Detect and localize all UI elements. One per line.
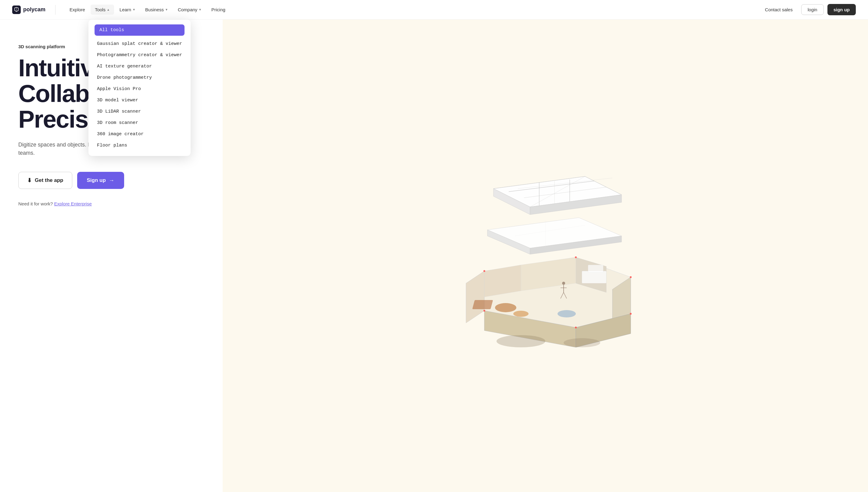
- arrow-right-icon: →: [109, 177, 114, 184]
- svg-point-40: [630, 276, 632, 278]
- tools-chevron-icon: ▲: [107, 8, 110, 11]
- hero-right-panel: [222, 20, 868, 492]
- dropdown-item-lidar[interactable]: 3D LiDAR scanner: [88, 106, 191, 117]
- navbar-right: Contact sales login sign up: [760, 4, 856, 15]
- polycam-logo-icon: [12, 5, 21, 14]
- svg-point-38: [483, 270, 485, 272]
- svg-rect-25: [472, 300, 493, 309]
- svg-rect-27: [582, 271, 606, 283]
- dropdown-item-room-scanner[interactable]: 3D room scanner: [88, 117, 191, 128]
- nav-business[interactable]: Business ▼: [141, 5, 172, 15]
- svg-point-43: [483, 310, 485, 312]
- building-3d-illustration: [454, 167, 637, 344]
- enterprise-text: Need it for work? Explore Enterprise: [18, 201, 204, 206]
- learn-chevron-icon: ▼: [132, 8, 135, 11]
- dropdown-item-ai-texture[interactable]: AI texture generator: [88, 61, 191, 72]
- nav-links: Explore Tools ▲ Learn ▼ Business ▼ Compa…: [65, 5, 760, 15]
- svg-point-33: [562, 282, 565, 285]
- nav-tools[interactable]: Tools ▲: [90, 5, 114, 15]
- company-chevron-icon: ▼: [199, 8, 202, 11]
- svg-point-26: [557, 310, 576, 317]
- nav-pricing[interactable]: Pricing: [207, 5, 230, 15]
- login-button[interactable]: login: [801, 4, 824, 15]
- hero-signup-button[interactable]: Sign up →: [77, 172, 124, 189]
- dropdown-item-apple-vision[interactable]: Apple Vision Pro: [88, 83, 191, 95]
- dropdown-item-photogrammetry[interactable]: Photogrammetry creator & viewer: [88, 49, 191, 61]
- svg-point-42: [575, 326, 577, 328]
- dropdown-item-360[interactable]: 360 image creator: [88, 128, 191, 140]
- building-svg: [454, 167, 643, 350]
- business-chevron-icon: ▼: [165, 8, 168, 11]
- contact-sales-button[interactable]: Contact sales: [760, 5, 797, 15]
- download-icon: ⬇: [27, 177, 32, 184]
- dropdown-item-drone[interactable]: Drone photogrammetry: [88, 72, 191, 83]
- navbar: polycam Explore Tools ▲ Learn ▼ Business…: [0, 0, 868, 20]
- svg-marker-18: [466, 271, 484, 323]
- dropdown-item-floor-plans[interactable]: Floor plans: [88, 140, 191, 151]
- dropdown-item-gaussian[interactable]: Gaussian splat creator & viewer: [88, 38, 191, 49]
- svg-point-32: [563, 338, 600, 347]
- tools-dropdown-menu: All tools Gaussian splat creator & viewe…: [88, 20, 191, 156]
- explore-enterprise-link[interactable]: Explore Enterprise: [54, 201, 92, 206]
- brand-logo[interactable]: polycam: [12, 5, 46, 14]
- nav-explore[interactable]: Explore: [65, 5, 89, 15]
- svg-point-41: [630, 313, 632, 315]
- all-tools-item[interactable]: All tools: [95, 24, 185, 36]
- svg-point-23: [495, 303, 516, 312]
- svg-point-24: [513, 311, 529, 317]
- svg-point-31: [497, 335, 545, 347]
- signup-button[interactable]: sign up: [827, 4, 856, 15]
- svg-point-39: [575, 256, 577, 258]
- get-app-button[interactable]: ⬇ Get the app: [18, 172, 72, 189]
- dropdown-item-3d-viewer[interactable]: 3D model viewer: [88, 95, 191, 106]
- svg-rect-28: [588, 265, 603, 273]
- nav-learn[interactable]: Learn ▼: [115, 5, 140, 15]
- hero-buttons: ⬇ Get the app Sign up →: [18, 172, 204, 189]
- nav-company[interactable]: Company ▼: [174, 5, 206, 15]
